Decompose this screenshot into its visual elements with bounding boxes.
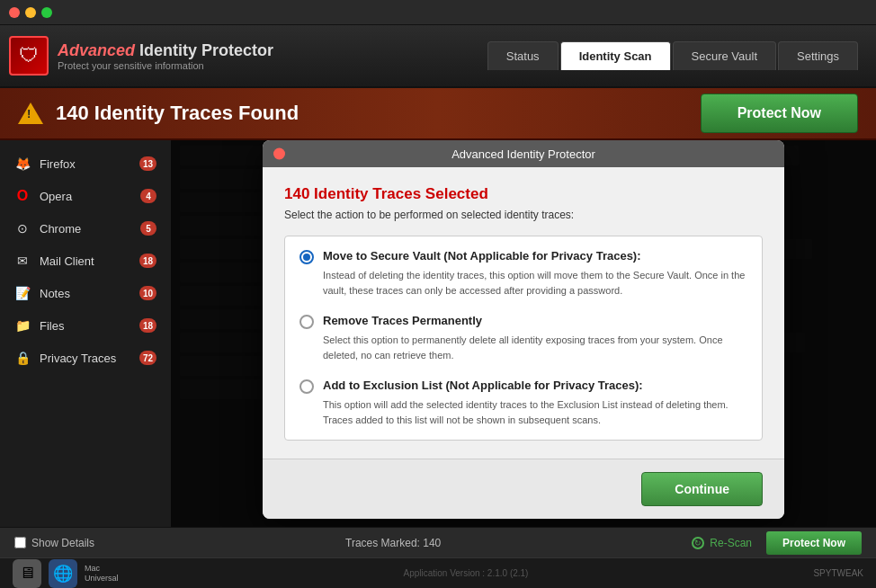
option-exclusion-list-desc: This option will add the selected identi… bbox=[323, 397, 747, 427]
option-remove-traces-desc: Select this option to permanently delete… bbox=[323, 333, 747, 362]
option-remove-traces: Remove Traces Permanently Select this op… bbox=[299, 314, 747, 362]
continue-button[interactable]: Continue bbox=[641, 472, 763, 506]
modal-heading: 140 Identity Traces Selected bbox=[284, 185, 763, 203]
sidebar-item-opera-label: Opera bbox=[40, 190, 72, 203]
sidebar-item-mail-left: ✉ Mail Client bbox=[14, 253, 94, 269]
sidebar-item-files[interactable]: 📁 Files 18 bbox=[0, 309, 171, 342]
option-exclusion-list-text: Add to Exclusion List (Not Applicable fo… bbox=[323, 379, 643, 392]
logo-shield-icon: 🛡 bbox=[9, 36, 49, 76]
sidebar-item-files-label: Files bbox=[40, 319, 64, 333]
sidebar-item-mail-label: Mail Client bbox=[40, 254, 94, 268]
tab-identity-scan[interactable]: Identity Scan bbox=[560, 41, 671, 70]
main-area: 🦊 Firefox 13 O Opera 4 ⊙ Chrome 5 bbox=[0, 140, 876, 527]
modal-close-icon[interactable] bbox=[273, 148, 285, 160]
footer-icons: 🖥 🌐 Mac Universal bbox=[13, 559, 119, 588]
sidebar-item-notes-label: Notes bbox=[40, 287, 70, 300]
sidebar-item-chrome-label: Chrome bbox=[40, 222, 81, 236]
modal-dialog: Advanced Identity Protector 140 Identity… bbox=[263, 140, 784, 519]
sidebar-item-firefox[interactable]: 🦊 Firefox 13 bbox=[0, 147, 171, 180]
sidebar-item-privacy[interactable]: 🔒 Privacy Traces 72 bbox=[0, 342, 171, 374]
notes-badge: 10 bbox=[139, 286, 156, 300]
modal-title: Advanced Identity Protector bbox=[451, 147, 595, 161]
option-secure-vault-desc: Instead of deleting the identity traces,… bbox=[323, 268, 747, 298]
app-logo: 🛡 Advanced Identity Protector Protect yo… bbox=[9, 36, 273, 76]
mac-icon: 🖥 bbox=[13, 559, 41, 588]
close-button[interactable] bbox=[9, 7, 20, 18]
option-secure-vault-text: Move to Secure Vault (Not Applicable for… bbox=[323, 249, 641, 263]
chrome-badge: 5 bbox=[140, 221, 156, 236]
sidebar-item-firefox-left: 🦊 Firefox bbox=[14, 156, 76, 172]
firefox-badge: 13 bbox=[139, 156, 156, 171]
app-version-label: Application Version : 2.1.0 (2.1) bbox=[403, 568, 528, 578]
app-header: 🛡 Advanced Identity Protector Protect yo… bbox=[0, 25, 876, 88]
rescan-label: Re-Scan bbox=[710, 537, 752, 549]
app-name-italic: Advanced bbox=[58, 41, 135, 59]
files-badge: 18 bbox=[139, 318, 156, 333]
sidebar-item-privacy-label: Privacy Traces bbox=[40, 352, 116, 365]
status-bar-right: ↻ Re-Scan Protect Now bbox=[692, 531, 862, 555]
warning-icon bbox=[18, 102, 43, 124]
logo-text: Advanced Identity Protector Protect your… bbox=[58, 41, 273, 71]
mac-label: Mac bbox=[85, 564, 119, 573]
minimize-button[interactable] bbox=[25, 7, 36, 18]
show-details-area: Show Details bbox=[14, 537, 94, 549]
option-exclusion-list-label[interactable]: Add to Exclusion List (Not Applicable fo… bbox=[299, 379, 747, 394]
modal-options-box: Move to Secure Vault (Not Applicable for… bbox=[284, 236, 763, 441]
alert-banner: 140 Identity Traces Found Protect Now bbox=[0, 88, 876, 140]
option-secure-vault: Move to Secure Vault (Not Applicable for… bbox=[299, 249, 747, 298]
privacy-icon: 🔒 bbox=[14, 350, 31, 366]
status-bar: Show Details Traces Marked: 140 ↻ Re-Sca… bbox=[0, 527, 876, 557]
sidebar-item-notes[interactable]: 📝 Notes 10 bbox=[0, 277, 171, 309]
app-window: 🛡 Advanced Identity Protector Protect yo… bbox=[0, 0, 876, 588]
tab-status[interactable]: Status bbox=[487, 41, 559, 70]
sidebar-item-firefox-label: Firefox bbox=[40, 157, 76, 171]
tab-settings[interactable]: Settings bbox=[778, 41, 858, 70]
opera-icon: O bbox=[14, 188, 31, 204]
sidebar-item-chrome[interactable]: ⊙ Chrome 5 bbox=[0, 212, 171, 245]
option-remove-traces-radio[interactable] bbox=[299, 315, 314, 329]
show-details-checkbox[interactable] bbox=[14, 537, 26, 548]
option-exclusion-list: Add to Exclusion List (Not Applicable fo… bbox=[299, 379, 747, 427]
sidebar-item-privacy-left: 🔒 Privacy Traces bbox=[14, 350, 116, 366]
maximize-button[interactable] bbox=[41, 7, 52, 18]
spytweak-label: SPYTWEAK bbox=[813, 568, 863, 578]
option-remove-traces-label[interactable]: Remove Traces Permanently bbox=[299, 314, 747, 329]
firefox-icon: 🦊 bbox=[14, 156, 31, 172]
universal-icon: 🌐 bbox=[49, 559, 77, 588]
sidebar-item-mail[interactable]: ✉ Mail Client 18 bbox=[0, 245, 171, 277]
protect-now-bottom-button[interactable]: Protect Now bbox=[766, 531, 862, 555]
sidebar-item-opera-left: O Opera bbox=[14, 188, 72, 204]
rescan-button[interactable]: ↻ Re-Scan bbox=[692, 537, 752, 549]
sidebar-item-files-left: 📁 Files bbox=[14, 317, 64, 334]
universal-label: Universal bbox=[85, 574, 119, 583]
option-secure-vault-radio[interactable] bbox=[299, 250, 314, 264]
show-details-label: Show Details bbox=[31, 537, 94, 549]
sidebar: 🦊 Firefox 13 O Opera 4 ⊙ Chrome 5 bbox=[0, 140, 171, 527]
modal-titlebar: Advanced Identity Protector bbox=[263, 140, 784, 167]
option-secure-vault-label[interactable]: Move to Secure Vault (Not Applicable for… bbox=[299, 249, 747, 264]
app-tagline: Protect your sensitive information bbox=[58, 60, 273, 71]
sidebar-item-notes-left: 📝 Notes bbox=[14, 285, 70, 301]
footer-labels: Mac Universal bbox=[85, 564, 119, 583]
titlebar bbox=[0, 0, 876, 25]
rescan-icon: ↻ bbox=[692, 537, 704, 549]
modal-subtext: Select the action to be performed on sel… bbox=[284, 209, 763, 221]
chrome-icon: ⊙ bbox=[14, 220, 31, 236]
alert-left: 140 Identity Traces Found bbox=[18, 102, 299, 125]
footer-strip: 🖥 🌐 Mac Universal Application Version : … bbox=[0, 557, 876, 588]
tab-secure-vault[interactable]: Secure Vault bbox=[673, 41, 776, 70]
sidebar-item-opera[interactable]: O Opera 4 bbox=[0, 180, 171, 212]
content-area: Advanced Identity Protector 140 Identity… bbox=[171, 140, 876, 527]
option-remove-traces-text: Remove Traces Permanently bbox=[323, 314, 482, 327]
files-icon: 📁 bbox=[14, 317, 31, 334]
mail-icon: ✉ bbox=[14, 253, 31, 269]
mail-badge: 18 bbox=[139, 254, 156, 268]
modal-footer: Continue bbox=[263, 459, 784, 519]
opera-badge: 4 bbox=[140, 189, 156, 203]
notes-icon: 📝 bbox=[14, 285, 31, 301]
option-exclusion-list-radio[interactable] bbox=[299, 379, 314, 394]
alert-text: 140 Identity Traces Found bbox=[56, 102, 299, 125]
app-name-rest: Identity Protector bbox=[135, 41, 273, 59]
protect-now-button[interactable]: Protect Now bbox=[701, 94, 858, 133]
traces-marked-label: Traces Marked: 140 bbox=[345, 537, 441, 549]
